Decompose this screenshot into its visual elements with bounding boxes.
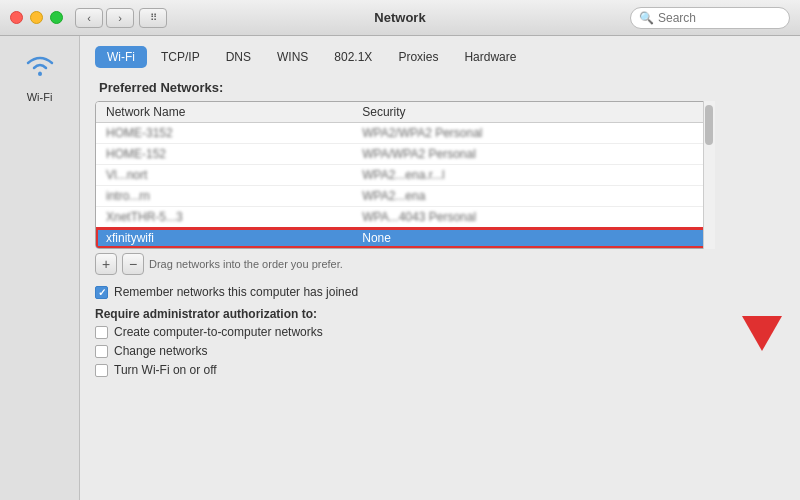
network-name-cell: HOME-152 (96, 144, 352, 165)
remember-networks-row: Remember networks this computer has join… (95, 285, 785, 299)
turn-wifi-row: Turn Wi-Fi on or off (95, 363, 785, 377)
table-row[interactable]: intro...rn WPA2...ena (96, 186, 714, 207)
table-row[interactable]: XnetTHR-5...3 WPA...4043 Personal (96, 207, 714, 228)
tab-wifi[interactable]: Wi-Fi (95, 46, 147, 68)
admin-auth-label: Require administrator authorization to: (95, 307, 785, 321)
remember-networks-checkbox[interactable] (95, 286, 108, 299)
remember-networks-label: Remember networks this computer has join… (114, 285, 358, 299)
network-name-cell: XnetTHR-5...3 (96, 207, 352, 228)
security-selected: None (352, 228, 714, 249)
close-button[interactable] (10, 11, 23, 24)
window-title: Network (374, 10, 425, 25)
main-panel: Wi-Fi TCP/IP DNS WINS 802.1X Proxies Har… (80, 36, 800, 500)
change-networks-checkbox[interactable] (95, 345, 108, 358)
turn-wifi-label: Turn Wi-Fi on or off (114, 363, 217, 377)
drag-hint-text: Drag networks into the order you prefer. (149, 258, 343, 270)
networks-container: Network Name Security HOME-3152 WPA2/WPA… (95, 101, 715, 249)
table-row[interactable]: Vl...nort WPA2...ena.r...l (96, 165, 714, 186)
arrow-annotation (742, 316, 782, 351)
checkbox-section: Remember networks this computer has join… (95, 285, 785, 377)
network-name-cell: Vl...nort (96, 165, 352, 186)
scrollbar-thumb[interactable] (705, 105, 713, 145)
remove-network-button[interactable]: − (122, 253, 144, 275)
search-box[interactable]: 🔍 (630, 7, 790, 29)
grid-button[interactable]: ⠿ (139, 8, 167, 28)
change-networks-label: Change networks (114, 344, 207, 358)
tab-8021x[interactable]: 802.1X (322, 46, 384, 68)
wifi-icon (22, 51, 58, 86)
create-networks-label: Create computer-to-computer networks (114, 325, 323, 339)
security-cell: WPA2/WPA2 Personal (352, 123, 714, 144)
minimize-button[interactable] (30, 11, 43, 24)
tabs-bar: Wi-Fi TCP/IP DNS WINS 802.1X Proxies Har… (95, 46, 785, 68)
security-cell: WPA...4043 Personal (352, 207, 714, 228)
back-button[interactable]: ‹ (75, 8, 103, 28)
svg-point-0 (38, 72, 42, 76)
add-remove-row: + − Drag networks into the order you pre… (95, 253, 785, 275)
security-cell: WPA/WPA2 Personal (352, 144, 714, 165)
forward-button[interactable]: › (106, 8, 134, 28)
tab-hardware[interactable]: Hardware (452, 46, 528, 68)
turn-wifi-checkbox[interactable] (95, 364, 108, 377)
nav-buttons: ‹ › (75, 8, 134, 28)
sidebar: Wi-Fi (0, 36, 80, 500)
titlebar: ‹ › ⠿ Network 🔍 (0, 0, 800, 36)
security-cell: WPA2...ena (352, 186, 714, 207)
col-network-name: Network Name (96, 102, 352, 123)
tab-dns[interactable]: DNS (214, 46, 263, 68)
create-networks-checkbox[interactable] (95, 326, 108, 339)
create-networks-row: Create computer-to-computer networks (95, 325, 785, 339)
scrollbar-track[interactable] (703, 101, 715, 249)
add-network-button[interactable]: + (95, 253, 117, 275)
search-input[interactable] (658, 11, 781, 25)
search-icon: 🔍 (639, 11, 654, 25)
network-name-cell: HOME-3152 (96, 123, 352, 144)
content-area: Wi-Fi Wi-Fi TCP/IP DNS WINS 802.1X Proxi… (0, 36, 800, 500)
traffic-lights (10, 11, 63, 24)
networks-table: Network Name Security HOME-3152 WPA2/WPA… (96, 102, 714, 248)
change-networks-row: Change networks (95, 344, 785, 358)
table-row[interactable]: HOME-152 WPA/WPA2 Personal (96, 144, 714, 165)
table-row-selected[interactable]: xfinitywifi None (96, 228, 714, 249)
maximize-button[interactable] (50, 11, 63, 24)
col-security: Security (352, 102, 714, 123)
network-name-cell: intro...rn (96, 186, 352, 207)
tab-proxies[interactable]: Proxies (386, 46, 450, 68)
security-cell: WPA2...ena.r...l (352, 165, 714, 186)
network-name-selected: xfinitywifi (96, 228, 352, 249)
sidebar-wifi-label: Wi-Fi (27, 91, 53, 103)
preferred-networks-label: Preferred Networks: (99, 80, 785, 95)
table-row[interactable]: HOME-3152 WPA2/WPA2 Personal (96, 123, 714, 144)
arrow-down-icon (742, 316, 782, 351)
tab-wins[interactable]: WINS (265, 46, 320, 68)
tab-tcpip[interactable]: TCP/IP (149, 46, 212, 68)
